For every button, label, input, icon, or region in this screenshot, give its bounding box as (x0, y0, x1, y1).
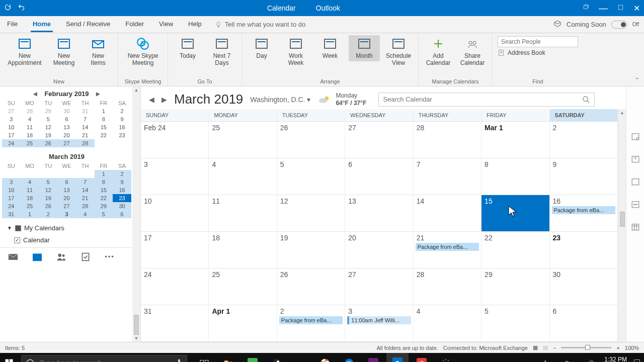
calendar-cell[interactable]: 14 (414, 195, 481, 231)
minical-day[interactable]: 10 (2, 123, 21, 131)
vs-icon[interactable]: ∞ (362, 353, 384, 362)
calendar-event[interactable]: 11:00am Jeff Willi... (347, 316, 411, 324)
calendar-cell[interactable]: 26 (277, 268, 345, 305)
next-month-icon[interactable]: ▶ (162, 96, 167, 104)
calendar-cell[interactable]: 18 (209, 232, 277, 268)
calendar-cell[interactable]: 24 (141, 268, 209, 305)
address-book-button[interactable]: Address Book (498, 49, 578, 56)
next7days-button[interactable]: Next 7 Days (206, 35, 237, 68)
app-green-icon[interactable] (242, 353, 264, 362)
calendar-cell[interactable]: 16Package from eBa... (550, 195, 618, 231)
minical-day[interactable]: 27 (57, 139, 76, 147)
workweek-view-button[interactable]: Work Week (280, 35, 311, 68)
minical-day[interactable]: 6 (113, 210, 131, 218)
tab-send-receive[interactable]: Send / Receive (64, 17, 112, 32)
minical-day[interactable]: 5 (39, 115, 57, 123)
calendar-item[interactable]: ✓Calendar (7, 235, 138, 245)
collapse-ribbon-icon[interactable]: ⌃ (634, 76, 640, 84)
tab-view[interactable]: View (157, 17, 175, 32)
calendar-event[interactable]: Package from eBa... (552, 206, 615, 214)
minical-day[interactable]: 24 (2, 202, 21, 210)
minical-day[interactable]: 13 (57, 186, 76, 194)
minical-day[interactable]: 16 (113, 123, 131, 131)
search-people-input[interactable] (498, 36, 578, 47)
minical-day[interactable]: 1 (21, 210, 39, 218)
settings-icon[interactable] (435, 353, 457, 362)
taskbar-clock[interactable]: 1:32 PM3/23/2019 (600, 356, 627, 362)
calendar-checkbox[interactable]: ✓ (14, 237, 20, 243)
minical-day[interactable]: 2 (39, 210, 57, 218)
minical-day[interactable]: 30 (113, 202, 131, 210)
chrome-icon[interactable] (314, 353, 336, 362)
minical-day[interactable]: 28 (76, 202, 95, 210)
minical-day[interactable]: 7 (76, 115, 95, 123)
calendar-cell[interactable]: 9 (550, 158, 618, 195)
calendar-cell[interactable]: 6 (345, 158, 413, 195)
minical-day[interactable]: 17 (2, 131, 21, 139)
schedule-view-button[interactable]: Schedule View (383, 35, 414, 68)
calendar-event[interactable]: Package from eBa... (416, 243, 479, 251)
minical-day[interactable]: 9 (113, 178, 131, 186)
minical-day[interactable]: 22 (95, 131, 113, 139)
minical-day[interactable] (113, 139, 131, 147)
minical-day[interactable]: 15 (95, 186, 113, 194)
calendar-search[interactable] (378, 93, 595, 107)
calendar-cell[interactable]: 30 (550, 268, 618, 305)
calendar-cell[interactable]: 10 (141, 195, 209, 231)
today-button[interactable]: Today (172, 35, 203, 61)
minical-day[interactable]: 4 (76, 210, 95, 218)
minical-day[interactable]: 15 (95, 123, 113, 131)
calendar-cell[interactable]: 22 (481, 232, 549, 268)
dropbox-icon[interactable]: ⬡ (565, 360, 570, 363)
minical-day[interactable]: 11 (21, 186, 39, 194)
box-icon[interactable] (553, 20, 561, 29)
new-items-button[interactable]: New Items (83, 35, 114, 68)
minical-day[interactable]: 7 (76, 178, 95, 186)
tasks-icon[interactable] (80, 252, 91, 262)
mic-icon[interactable] (176, 358, 183, 362)
minical-day[interactable]: 3 (2, 115, 21, 123)
calendar-cell[interactable]: 15 (481, 195, 549, 231)
start-button[interactable] (0, 353, 18, 362)
mail-icon[interactable] (8, 252, 18, 262)
minical-day[interactable]: 1 (95, 170, 113, 178)
steam-icon[interactable] (266, 353, 288, 362)
tell-me-input[interactable]: Tell me what you want to do (225, 21, 305, 28)
new-meeting-button[interactable]: New Meeting (48, 35, 79, 68)
minical-day[interactable]: 4 (21, 178, 39, 186)
minical-day[interactable]: 5 (95, 210, 113, 218)
minimize-icon[interactable]: — (599, 3, 608, 14)
peek-appointment-icon[interactable] (631, 132, 640, 142)
minical-day[interactable]: 12 (39, 186, 57, 194)
month-view-button[interactable]: Month (349, 35, 380, 61)
taskbar-search[interactable] (21, 355, 187, 362)
chevron-down-icon[interactable]: ▼ (7, 225, 12, 231)
minical-day[interactable]: 18 (21, 131, 39, 139)
taskbar-search-input[interactable] (40, 359, 171, 362)
calendar-cell[interactable]: 7 (414, 158, 481, 195)
calendar-cell[interactable]: 5 (481, 305, 549, 341)
calendar-cell[interactable]: 6 (550, 305, 618, 341)
weather-widget[interactable]: Monday64°F / 37°F (317, 92, 366, 107)
day-view-button[interactable]: Day (246, 35, 277, 61)
minical-day[interactable] (21, 170, 39, 178)
calendar-cell[interactable]: 4 (209, 158, 277, 195)
calendar-cell[interactable]: 13 (345, 195, 413, 231)
tray-chevron-icon[interactable]: ˄ (544, 360, 547, 363)
calendar-cell[interactable]: 25 (209, 122, 277, 158)
minical-day[interactable]: 2 (113, 107, 131, 115)
minical-day[interactable] (76, 170, 95, 178)
calendar-cell[interactable]: 4 (414, 305, 481, 341)
minical-day[interactable] (95, 139, 113, 147)
minical-day[interactable]: 8 (95, 178, 113, 186)
minical-day[interactable]: 6 (57, 115, 76, 123)
peek-month-icon[interactable] (631, 222, 640, 233)
app-orange-icon[interactable] (290, 353, 312, 362)
calendar-cell[interactable]: 311:00am Jeff Willi... (345, 305, 413, 341)
minical-day[interactable] (39, 170, 57, 178)
new-appointment-button[interactable]: New Appointment (4, 35, 45, 68)
calendar-cell[interactable]: 2 (550, 122, 618, 158)
file-explorer-icon[interactable] (217, 353, 239, 362)
notifications-icon[interactable] (633, 358, 641, 362)
minical-day[interactable]: 29 (39, 107, 57, 115)
